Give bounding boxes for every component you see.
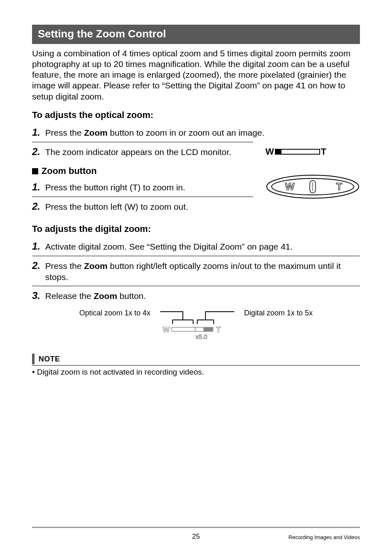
optical-step-1: 1. Press the Zoom button to zoom in or z… xyxy=(32,125,360,142)
intro-paragraph: Using a combination of 4 times optical z… xyxy=(32,48,360,102)
zoom-indicator-w: W xyxy=(265,146,274,157)
diagram-label-optical: Optical zoom 1x to 4x xyxy=(79,308,150,318)
page-footer: 25 Recording Images and Videos xyxy=(32,527,360,541)
step-text: Press the Zoom button right/left optical… xyxy=(45,261,360,282)
footer-section-title: Recording Images and Videos xyxy=(251,534,360,541)
zoom-button-heading: Zoom button xyxy=(32,165,253,177)
zoom-button-step-1: 1. Press the button right (T) to zoom in… xyxy=(32,180,253,197)
step-number: 1. xyxy=(32,181,42,193)
zoom-indicator-t: T xyxy=(321,146,326,157)
text-bold: Zoom xyxy=(84,128,108,137)
step-text: Press the button left (W) to zoom out. xyxy=(45,201,253,212)
text: Press the xyxy=(45,128,84,137)
zoom-indicator-bar-icon xyxy=(275,149,320,155)
diagram-label-digital: Digital zoom 1x to 5x xyxy=(244,308,313,318)
section-title: Setting the Zoom Control xyxy=(32,25,360,44)
step-text: The zoom indicator appears on the LCD mo… xyxy=(45,147,253,157)
step-number: 2. xyxy=(32,200,42,213)
square-bullet-icon xyxy=(32,168,38,174)
zoom-button-step-2: 2. Press the button left (W) to zoom out… xyxy=(32,197,253,216)
page-number: 25 xyxy=(141,532,251,541)
step-number: 1. xyxy=(32,126,42,139)
step-text: Press the Zoom button to zoom in or zoom… xyxy=(45,127,360,138)
step-number: 3. xyxy=(32,289,42,302)
note-label: NOTE xyxy=(39,354,60,364)
zoom-indicator-graphic: W T xyxy=(265,146,360,157)
step-text: Release the Zoom button. xyxy=(45,291,360,301)
text-bold: Zoom xyxy=(84,261,108,271)
optical-heading: To adjusts the optical zoom: xyxy=(32,109,360,121)
zoom-range-diagram: Optical zoom 1x to 4x W T x5.0 Digital z… xyxy=(32,308,360,341)
text: Release the xyxy=(45,291,94,301)
note-block: NOTE • Digital zoom is not activated in … xyxy=(32,354,360,377)
diagram-scale-text: x5.0 xyxy=(196,333,207,340)
step-number: 2. xyxy=(32,259,42,272)
footer-rule xyxy=(32,527,360,528)
step-text: Activate digital zoom. See “Setting the … xyxy=(45,241,360,252)
text-bold: Zoom xyxy=(94,291,117,301)
zoom-range-svg: W T x5.0 xyxy=(160,308,234,341)
svg-text:T: T xyxy=(216,326,221,334)
digital-step-3: 3. Release the Zoom button. xyxy=(32,286,360,305)
digital-step-1: 1. Activate digital zoom. See “Setting t… xyxy=(32,239,360,256)
digital-heading: To adjusts the digital zoom: xyxy=(32,223,360,235)
zoom-button-t-icon: T xyxy=(336,181,342,192)
digital-step-2: 2. Press the Zoom button right/left opti… xyxy=(32,256,360,286)
svg-text:W: W xyxy=(163,326,170,334)
note-bar-icon xyxy=(32,354,35,364)
zoom-button-illustration: W T xyxy=(265,174,360,199)
step-text: Press the button right (T) to zoom in. xyxy=(45,182,253,193)
text: Press the xyxy=(45,261,84,271)
text: button to zoom in or zoom out an image. xyxy=(108,128,265,137)
text: button. xyxy=(117,291,146,301)
optical-step-2: 2. The zoom indicator appears on the LCD… xyxy=(32,142,253,161)
heading-text: Zoom button xyxy=(42,165,97,177)
optical-step-2-row: 2. The zoom indicator appears on the LCD… xyxy=(32,142,360,223)
note-body: • Digital zoom is not activated in recor… xyxy=(32,366,360,377)
step-number: 2. xyxy=(32,146,42,158)
zoom-button-w-icon: W xyxy=(285,181,295,192)
svg-rect-7 xyxy=(203,327,213,331)
step-number: 1. xyxy=(32,240,42,252)
